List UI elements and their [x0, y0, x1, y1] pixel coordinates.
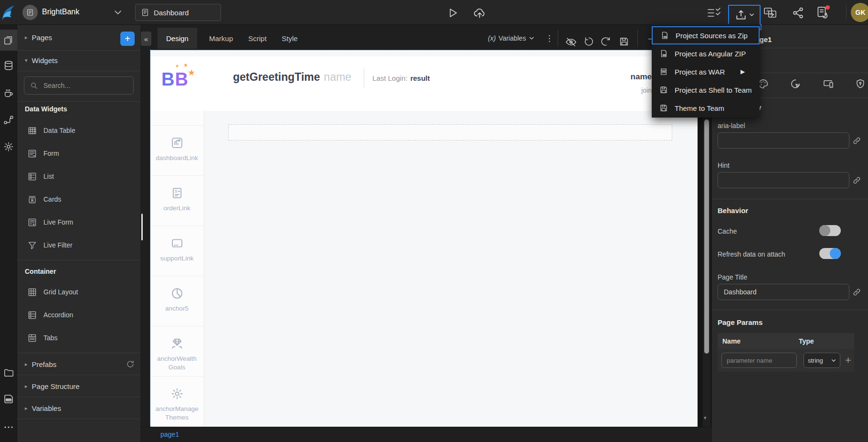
save-icon[interactable] — [619, 33, 629, 50]
open-file-tab[interactable]: Dashboard — [135, 4, 221, 21]
pie-chart-icon — [170, 287, 184, 300]
scrollbar-down-arrow[interactable]: ▾ — [704, 415, 707, 421]
app-logo[interactable] — [1, 4, 16, 23]
project-switch-chevron-icon[interactable] — [114, 10, 122, 15]
prefabs-row[interactable]: ▸ Prefabs — [17, 354, 140, 375]
tab-design[interactable]: Design — [158, 28, 197, 49]
undo-icon[interactable] — [583, 33, 594, 50]
security-shield-icon[interactable] — [855, 78, 866, 89]
tab-script[interactable]: Script — [240, 28, 275, 49]
menu-item-label: Project Sources as Zip — [676, 32, 748, 40]
widget-item-form[interactable]: Form — [17, 142, 140, 164]
hint-input[interactable] — [718, 172, 849, 188]
rail-database-item[interactable] — [0, 55, 17, 76]
menu-item-project-war[interactable]: WAR Project as WAR ▶ — [652, 63, 760, 81]
sync-status-icon[interactable] — [815, 6, 829, 19]
menu-item-project-shell-team[interactable]: Project as Shell to Team — [652, 81, 760, 99]
variables-dropdown-label: Variables — [498, 34, 526, 42]
aria-label-label: aria-label — [718, 122, 745, 129]
nav-item-dashboard[interactable]: dashboardLink — [150, 125, 203, 175]
tab-markup[interactable]: Markup — [201, 28, 242, 49]
widgets-section-header[interactable]: ▾ Widgets — [25, 56, 58, 65]
nav-item-manage-themes[interactable]: anchorManageThemes — [150, 376, 203, 427]
log-file-icon: LOG — [3, 393, 14, 405]
widget-item-grid-layout[interactable]: Grid Layout — [17, 281, 140, 303]
page-structure-row[interactable]: ▸ Page Structure — [17, 376, 140, 397]
data-widgets-title: Data Widgets — [25, 105, 67, 113]
add-page-button[interactable]: + — [120, 32, 135, 46]
variables-dropdown[interactable]: (x) Variables — [488, 30, 534, 47]
events-cursor-icon[interactable] — [790, 78, 801, 89]
user-avatar[interactable]: GK — [851, 3, 868, 22]
collapse-panel-button[interactable]: « — [141, 32, 151, 46]
rail-pages-item[interactable] — [0, 30, 17, 51]
rail-files-item[interactable] — [0, 362, 17, 383]
divider — [17, 71, 140, 71]
svg-text:WAR: WAR — [662, 71, 665, 73]
left-panel-scrollbar-thumb[interactable] — [141, 214, 143, 240]
param-name-input[interactable] — [721, 353, 797, 368]
refresh-on-attach-toggle[interactable] — [819, 248, 841, 259]
widget-item-cards[interactable]: Cards — [17, 188, 140, 210]
bind-link-icon[interactable] — [852, 176, 861, 185]
rail-logs-item[interactable]: LOG — [0, 388, 17, 410]
aria-label-input[interactable] — [718, 132, 849, 149]
widget-item-accordion[interactable]: Accordion — [17, 304, 140, 326]
rail-settings-item[interactable] — [0, 136, 17, 157]
redo-icon[interactable] — [601, 33, 612, 50]
menu-item-theme-team[interactable]: Theme to Team — [652, 99, 760, 117]
svg-text:$: $ — [175, 189, 177, 194]
more-options-kebab[interactable]: ⋮ — [545, 30, 553, 47]
checklist-icon[interactable] — [707, 8, 721, 18]
scrollbar-thumb[interactable] — [704, 119, 709, 354]
widget-item-label: Cards — [43, 195, 61, 203]
refresh-icon[interactable] — [126, 360, 135, 368]
widget-item-tabs[interactable]: Tabs — [17, 327, 140, 349]
page-params-title: Page Params — [718, 318, 762, 326]
add-param-button[interactable]: + — [845, 354, 851, 367]
bottom-page-tab[interactable]: page1 — [160, 431, 179, 438]
bind-link-icon[interactable] — [852, 136, 861, 145]
support-card-icon — [170, 237, 184, 250]
widget-item-live-form[interactable]: Live Form — [17, 211, 140, 233]
widget-item-data-table[interactable]: Data Table — [17, 119, 140, 141]
rail-more-item[interactable] — [0, 417, 17, 438]
rail-api-workflow-item[interactable] — [0, 109, 17, 130]
nav-item-label: dashboardLink — [155, 154, 199, 162]
export-chevron-icon — [749, 13, 754, 17]
search-input[interactable] — [42, 81, 121, 90]
widget-item-label: Form — [43, 150, 59, 157]
divider — [17, 101, 140, 102]
preview-play-icon[interactable] — [447, 7, 458, 19]
preview-eye-off-icon[interactable] — [565, 33, 577, 51]
export-button[interactable] — [728, 5, 761, 25]
nav-item-support[interactable]: supportLink — [150, 226, 203, 276]
widget-item-live-filter[interactable]: Live Filter — [17, 234, 140, 256]
translate-icon[interactable]: A — [764, 7, 776, 19]
refresh-on-attach-label: Refresh data on attach — [718, 250, 785, 258]
cards-icon — [28, 195, 37, 204]
share-branch-icon[interactable] — [792, 7, 804, 19]
nav-item-anchor5[interactable]: anchor5 — [150, 276, 203, 326]
rail-java-services-item[interactable] — [0, 83, 17, 104]
tab-style[interactable]: Style — [273, 28, 306, 49]
pages-section-header[interactable]: ▸ Pages — [25, 33, 52, 42]
widget-item-list[interactable]: List — [17, 165, 140, 187]
form-icon — [28, 149, 37, 158]
nav-item-order[interactable]: $ orderLink — [150, 175, 203, 226]
variables-row[interactable]: ▸ Variables — [17, 398, 140, 419]
page-title-input[interactable] — [718, 284, 849, 300]
empty-widget-placeholder[interactable] — [228, 124, 672, 140]
nav-item-wealth-goals[interactable]: anchorWealthGoals — [150, 326, 203, 376]
deploy-cloud-upload-icon[interactable] — [473, 6, 486, 19]
bind-link-icon[interactable] — [852, 288, 861, 297]
widget-search-box[interactable] — [24, 76, 134, 95]
param-type-select[interactable]: string — [804, 353, 840, 368]
design-canvas[interactable]: BB ★ ★ ★ getGreetingTimename Last Login:… — [150, 50, 698, 427]
menu-item-project-angular-zip[interactable]: ZIP Project as Angular ZIP — [652, 44, 760, 63]
cache-toggle[interactable] — [819, 225, 841, 236]
canvas-app-header[interactable]: BB ★ ★ ★ getGreetingTimename Last Login:… — [150, 56, 698, 111]
devices-icon[interactable] — [823, 78, 834, 89]
menu-item-project-sources-zip[interactable]: ZIP Project Sources as Zip — [652, 26, 760, 44]
project-avatar[interactable] — [22, 5, 38, 20]
